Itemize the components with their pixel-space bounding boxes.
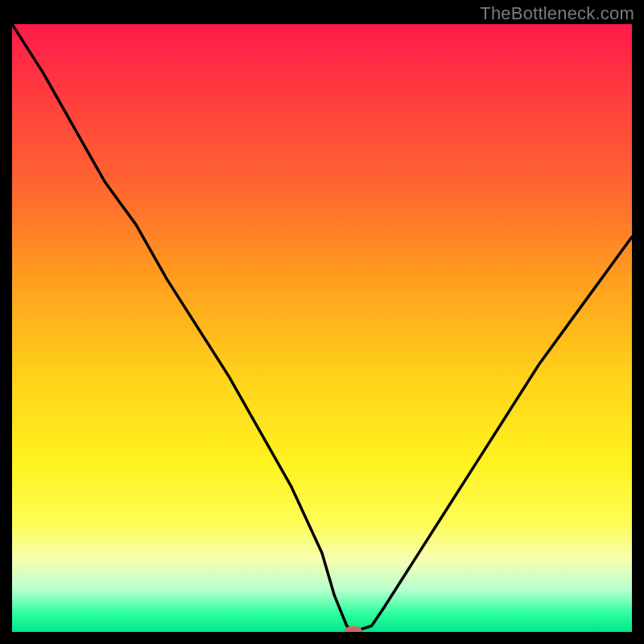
watermark-text: TheBottleneck.com [480,3,634,24]
plot-area [12,24,632,632]
chart-frame: TheBottleneck.com [0,0,644,644]
optimal-point-marker [345,626,362,632]
bottleneck-curve [12,24,632,632]
